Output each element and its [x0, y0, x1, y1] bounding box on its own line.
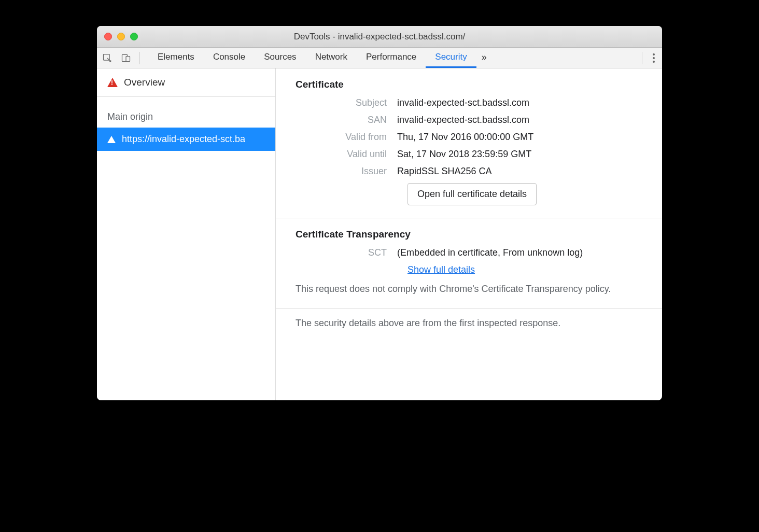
overview-row[interactable]: Overview — [97, 68, 275, 97]
cert-row-issuer: Issuer RapidSSL SHA256 CA — [296, 166, 642, 177]
open-certificate-button[interactable]: Open full certificate details — [407, 183, 537, 205]
cert-val: Thu, 17 Nov 2016 00:00:00 GMT — [397, 132, 533, 143]
ct-action: Show full details — [407, 264, 642, 275]
warning-triangle-icon — [107, 136, 116, 143]
cert-row-validfrom: Valid from Thu, 17 Nov 2016 00:00:00 GMT — [296, 132, 642, 143]
overview-label: Overview — [124, 77, 165, 88]
cert-val: RapidSSL SHA256 CA — [397, 166, 491, 177]
cert-action: Open full certificate details — [407, 183, 642, 205]
main-panel: Certificate Subject invalid-expected-sct… — [276, 68, 662, 400]
ct-val: (Embedded in certificate, From unknown l… — [397, 247, 583, 258]
warning-triangle-icon — [107, 78, 118, 87]
tab-security[interactable]: Security — [426, 48, 476, 68]
sidebar: Overview Main origin https://invalid-exp… — [97, 68, 276, 400]
show-full-details-link[interactable]: Show full details — [407, 264, 475, 275]
toolbar-right — [642, 52, 657, 64]
traffic-lights — [97, 33, 138, 40]
titlebar: DevTools - invalid-expected-sct.badssl.c… — [97, 26, 662, 48]
origin-item[interactable]: https://invalid-expected-sct.ba — [97, 128, 275, 151]
ct-note: This request does not comply with Chrome… — [296, 283, 642, 296]
svg-rect-2 — [126, 56, 130, 61]
tab-network[interactable]: Network — [306, 48, 357, 68]
tabs: Elements Console Sources Network Perform… — [148, 48, 492, 68]
cert-key: Valid until — [296, 149, 397, 160]
cert-row-subject: Subject invalid-expected-sct.badssl.com — [296, 97, 642, 108]
device-icon[interactable] — [121, 53, 131, 63]
kebab-menu-icon[interactable] — [651, 51, 657, 65]
tabs-more-icon[interactable]: » — [476, 48, 492, 68]
tab-sources[interactable]: Sources — [255, 48, 305, 68]
certificate-heading: Certificate — [296, 79, 642, 90]
cert-val: invalid-expected-sct.badssl.com — [397, 115, 529, 125]
certificate-section: Certificate Subject invalid-expected-sct… — [276, 68, 662, 218]
tab-performance[interactable]: Performance — [357, 48, 426, 68]
minimize-icon[interactable] — [117, 33, 125, 40]
cert-row-validuntil: Valid until Sat, 17 Nov 2018 23:59:59 GM… — [296, 149, 642, 160]
origin-heading: Main origin — [97, 97, 275, 128]
cert-val: invalid-expected-sct.badssl.com — [397, 97, 529, 108]
ct-key: SCT — [296, 247, 397, 258]
cert-key: Subject — [296, 97, 397, 108]
ct-row-sct: SCT (Embedded in certificate, From unkno… — [296, 247, 642, 258]
cert-row-san: SAN invalid-expected-sct.badssl.com — [296, 115, 642, 125]
devtools-window: DevTools - invalid-expected-sct.badssl.c… — [97, 26, 662, 400]
tab-elements[interactable]: Elements — [148, 48, 204, 68]
toolbar: Elements Console Sources Network Perform… — [97, 48, 662, 68]
origin-url: https://invalid-expected-sct.ba — [122, 134, 245, 145]
toolbar-left-icons — [102, 52, 140, 64]
tab-console[interactable]: Console — [204, 48, 255, 68]
cert-key: Valid from — [296, 132, 397, 143]
cert-key: SAN — [296, 115, 397, 125]
ct-heading: Certificate Transparency — [296, 229, 642, 240]
cert-val: Sat, 17 Nov 2018 23:59:59 GMT — [397, 149, 531, 160]
close-icon[interactable] — [104, 33, 112, 40]
ct-section: Certificate Transparency SCT (Embedded i… — [276, 218, 662, 309]
cert-key: Issuer — [296, 166, 397, 177]
window-title: DevTools - invalid-expected-sct.badssl.c… — [97, 32, 662, 42]
maximize-icon[interactable] — [130, 33, 138, 40]
inspect-icon[interactable] — [102, 53, 113, 63]
footer-note: The security details above are from the … — [276, 309, 662, 338]
content: Overview Main origin https://invalid-exp… — [97, 68, 662, 400]
